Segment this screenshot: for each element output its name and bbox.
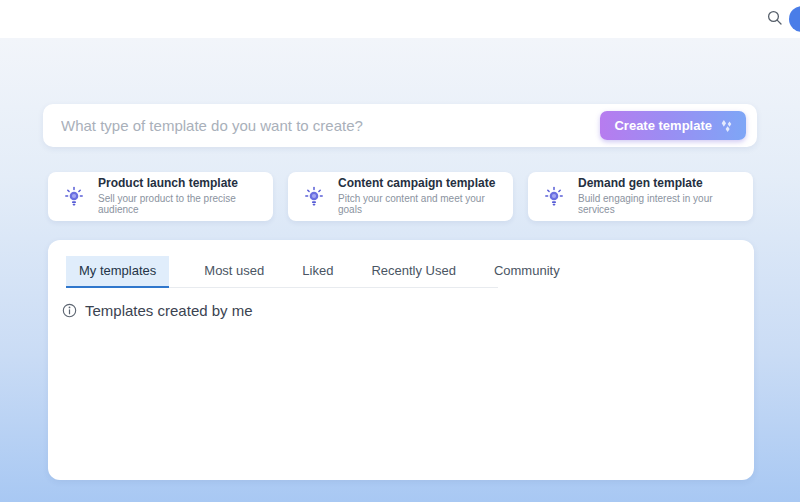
- suggestion-card-demand-gen[interactable]: Demand gen template Build engaging inter…: [528, 172, 753, 221]
- tab-liked[interactable]: Liked: [289, 256, 346, 288]
- suggestion-card-product-launch[interactable]: Product launch template Sell your produc…: [48, 172, 273, 221]
- suggestion-card-title: Product launch template: [98, 177, 261, 191]
- search-icon[interactable]: [766, 9, 784, 27]
- tabs-bar: My templates Most used Liked Recently Us…: [66, 256, 498, 288]
- suggestion-card-subtitle: Pitch your content and meet your goals: [338, 193, 501, 216]
- tab-most-used[interactable]: Most used: [191, 256, 277, 288]
- tab-my-templates[interactable]: My templates: [66, 256, 169, 288]
- lightbulb-icon: [62, 185, 86, 209]
- suggestion-card-title: Content campaign template: [338, 177, 501, 191]
- lightbulb-icon: [542, 185, 566, 209]
- suggestion-card-text: Demand gen template Build engaging inter…: [578, 177, 741, 216]
- main-content: Create template: [0, 38, 800, 502]
- lightbulb-icon: [302, 185, 326, 209]
- top-bar: [0, 0, 800, 38]
- suggestion-card-subtitle: Sell your product to the precise audienc…: [98, 193, 261, 216]
- avatar[interactable]: [789, 6, 800, 32]
- empty-state-message: Templates created by me: [85, 302, 253, 319]
- tab-community[interactable]: Community: [481, 256, 573, 288]
- create-template-button[interactable]: Create template: [600, 111, 746, 140]
- create-template-label: Create template: [614, 118, 712, 133]
- suggestion-card-text: Product launch template Sell your produc…: [98, 177, 261, 216]
- suggestion-card-subtitle: Build engaging interest in your services: [578, 193, 741, 216]
- info-icon: [62, 303, 77, 318]
- template-prompt-input[interactable]: [43, 104, 600, 147]
- app: Create template: [0, 0, 800, 502]
- templates-panel: My templates Most used Liked Recently Us…: [48, 240, 754, 480]
- suggestion-card-text: Content campaign template Pitch your con…: [338, 177, 501, 216]
- empty-state: Templates created by me: [62, 302, 754, 319]
- tab-recently-used[interactable]: Recently Used: [358, 256, 469, 288]
- suggestion-card-content-campaign[interactable]: Content campaign template Pitch your con…: [288, 172, 513, 221]
- suggestion-cards: Product launch template Sell your produc…: [48, 172, 753, 221]
- sparkles-icon: [719, 118, 734, 133]
- template-prompt-panel: Create template: [43, 104, 757, 147]
- suggestion-card-title: Demand gen template: [578, 177, 741, 191]
